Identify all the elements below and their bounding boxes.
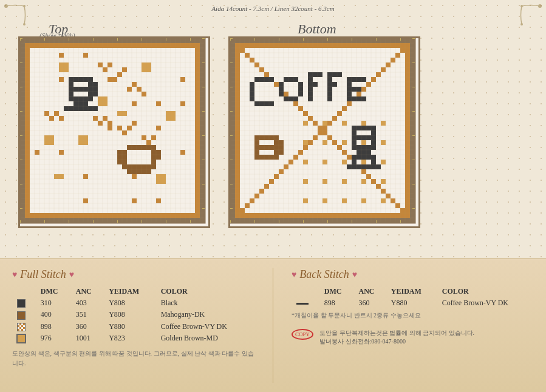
footer-left-text: 도안상의 색은, 색구분의 편의를 위해 따꿈 것입니다. 그러므로, 실제 냔… <box>12 349 254 368</box>
table-row: 898360Y880Coffee Brown-VY DK <box>292 297 534 309</box>
copy-badge: COPY <box>292 329 313 340</box>
label-bottom: Bottom <box>298 21 336 37</box>
color-swatch-cell <box>12 309 36 320</box>
corner-decoration-tl <box>3 3 27 27</box>
svg-point-3 <box>538 4 542 8</box>
back-table-header-row: DMC ANC YEIDAM COLOR <box>292 286 534 297</box>
color-swatch-cell <box>12 297 36 309</box>
heart-icon-back-left: ♥ <box>292 270 296 280</box>
cell-color: Mahogany-DK <box>156 309 254 320</box>
pattern-bottom <box>228 36 420 228</box>
cell-yeidam: Y808 <box>104 297 156 309</box>
cell-dmc: 898 <box>36 321 71 333</box>
back-col-color: COLOR <box>437 286 534 297</box>
cell-anc: 1001 <box>71 333 104 344</box>
cell-dmc: 400 <box>36 309 71 320</box>
cell-dmc: 310 <box>36 297 71 309</box>
col-color: COLOR <box>156 286 254 297</box>
cell-color: Coffee Brown-VY DK <box>156 321 254 333</box>
size-info: Aida 14count - 7.3cm / Linen 32count - 6… <box>211 5 334 12</box>
full-stitch-section: ♥ Full Stitch ♥ DMC ANC YEIDAM COLOR 310… <box>12 268 254 383</box>
back-cell-anc: 360 <box>354 297 386 309</box>
cell-color: Golden Brown-MD <box>156 333 254 344</box>
cell-yeidam: Y823 <box>104 333 156 344</box>
full-stitch-title: ♥ Full Stitch ♥ <box>12 268 254 281</box>
copy-warning: COPY 도안을 무단복제하는것은 법률에 의해 금지되어 있습니다. 발녀봉사… <box>292 329 534 346</box>
heart-icon-back-right: ♥ <box>352 270 357 280</box>
back-cell-color: Coffee Brown-VY DK <box>437 297 534 309</box>
page-container: Aida 14count - 7.3cm / Linen 32count - 6… <box>0 0 546 392</box>
color-swatch-cell <box>12 321 36 333</box>
table-header-row: DMC ANC YEIDAM COLOR <box>12 286 254 297</box>
cell-yeidam: Y808 <box>104 309 156 320</box>
patterns-area <box>18 36 420 228</box>
svg-point-1 <box>23 5 26 7</box>
warning-text-block: 도안을 무단복제하는것은 법률에 의해 금지되어 있습니다. 발녀봉사 신화전화… <box>319 329 474 346</box>
svg-point-5 <box>520 23 523 25</box>
full-stitch-tbody: 310403Y808Black400351Y808Mahogany-DK8983… <box>12 297 254 344</box>
color-swatch-cell <box>12 333 36 344</box>
copy-warning-area: COPY 도안을 무단복제하는것은 법률에 의해 금지되어 있습니다. 발녀봉사… <box>292 329 534 346</box>
svg-point-4 <box>520 5 523 7</box>
back-col-anc: ANC <box>354 286 386 297</box>
cell-dmc: 976 <box>36 333 71 344</box>
bottom-section: ♥ Full Stitch ♥ DMC ANC YEIDAM COLOR 310… <box>0 259 546 392</box>
heart-icon-right: ♥ <box>69 270 74 280</box>
col-anc: ANC <box>71 286 104 297</box>
back-color-swatch-cell <box>292 297 319 309</box>
warning-text: 도안을 무단복제하는것은 법률에 의해 금지되어 있습니다. <box>319 329 474 337</box>
table-row: 400351Y808Mahogany-DK <box>12 309 254 320</box>
pattern-top <box>18 36 210 228</box>
col-swatch <box>12 286 36 297</box>
back-stitch-title: ♥ Back Stitch ♥ <box>292 268 534 281</box>
back-cell-dmc: 898 <box>319 297 354 309</box>
cell-anc: 360 <box>71 321 104 333</box>
cell-color: Black <box>156 297 254 309</box>
full-stitch-table: DMC ANC YEIDAM COLOR 310403Y808Black4003… <box>12 286 254 344</box>
cell-yeidam: Y880 <box>104 321 156 333</box>
svg-point-0 <box>4 4 8 8</box>
back-col-swatch <box>292 286 319 297</box>
canvas-top <box>18 36 210 228</box>
back-col-yeidam: YEIDAM <box>386 286 437 297</box>
back-stitch-table: DMC ANC YEIDAM COLOR 898360Y880Coffee Br… <box>292 286 534 309</box>
phone-text: 발녀봉사 신화전화:080-047-8000 <box>319 337 474 346</box>
col-yeidam: YEIDAM <box>104 286 156 297</box>
back-col-dmc: DMC <box>319 286 354 297</box>
back-stitch-tbody: 898360Y880Coffee Brown-VY DK <box>292 297 534 309</box>
svg-point-2 <box>23 23 26 25</box>
back-stitch-note: *개칠이율 할 투문사니 반트시 2종류 수놓으세요 <box>292 311 534 320</box>
back-cell-yeidam: Y880 <box>386 297 437 309</box>
table-row: 9761001Y823Golden Brown-MD <box>12 333 254 344</box>
corner-decoration-tr <box>519 3 543 27</box>
heart-icon-left: ♥ <box>12 270 17 280</box>
back-stitch-section: ♥ Back Stitch ♥ DMC ANC YEIDAM COLOR 898… <box>292 268 534 383</box>
table-row: 310403Y808Black <box>12 297 254 309</box>
canvas-bottom <box>228 36 420 228</box>
divider <box>273 268 273 383</box>
table-row: 898360Y880Coffee Brown-VY DK <box>12 321 254 333</box>
header-info: Aida 14count - 7.3cm / Linen 32count - 6… <box>211 5 334 12</box>
cell-anc: 403 <box>71 297 104 309</box>
cell-anc: 351 <box>71 309 104 320</box>
col-dmc: DMC <box>36 286 71 297</box>
